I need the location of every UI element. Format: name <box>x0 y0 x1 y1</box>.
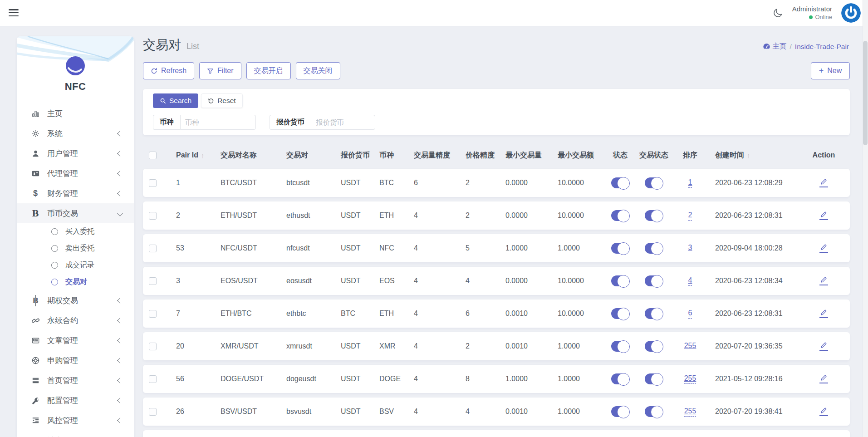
filter-button[interactable]: Filter <box>199 62 241 79</box>
cell-min_volume: 0.0000 <box>505 211 528 220</box>
row-checkbox[interactable] <box>149 408 157 416</box>
trade_status-toggle[interactable] <box>645 275 663 286</box>
select-all-checkbox[interactable] <box>149 152 157 159</box>
sidebar-item-life-ring[interactable]: 申购管理 <box>17 350 134 370</box>
cell-min_amount: 10.0000 <box>558 309 584 318</box>
status-toggle[interactable] <box>611 406 629 417</box>
trade-close-label: 交易关闭 <box>304 66 333 76</box>
sort-value-link[interactable]: 1 <box>688 178 692 188</box>
sidebar-item-outdent[interactable]: 风控管理 <box>17 410 134 430</box>
row-checkbox[interactable] <box>149 375 157 383</box>
column-header-status: 状态 <box>603 151 637 160</box>
trade_status-toggle[interactable] <box>645 308 663 319</box>
sidebar-subitem[interactable]: 成交记录 <box>17 257 134 274</box>
status-toggle[interactable] <box>611 373 629 384</box>
status-toggle[interactable] <box>611 177 629 188</box>
sidebar-item-wrench[interactable]: 配置管理 <box>17 390 134 410</box>
new-button[interactable]: + New <box>811 62 850 79</box>
sidebar-item-newspaper[interactable]: 文章管理 <box>17 330 134 350</box>
edit-button[interactable] <box>819 276 828 285</box>
status-toggle[interactable] <box>611 275 629 286</box>
main-content: 交易对 List 主页 / Inside-Trade-Pair Refresh … <box>143 36 850 57</box>
status-toggle[interactable] <box>611 210 629 221</box>
sidebar-subitem[interactable]: 买入委托 <box>17 223 134 240</box>
edit-button[interactable] <box>819 309 828 318</box>
hamburger-icon[interactable] <box>9 9 19 18</box>
sort-value-link[interactable]: 2 <box>688 211 692 221</box>
column-header-sort: 排序 <box>671 151 710 160</box>
sidebar-item-align-justify[interactable]: 首页管理 <box>17 370 134 390</box>
status-toggle[interactable] <box>611 308 629 319</box>
cell-quote: BTC <box>341 309 355 318</box>
sidebar-item-label: 主页 <box>47 108 122 119</box>
avatar[interactable] <box>841 3 861 23</box>
breadcrumb-current[interactable]: Inside-Trade-Pair <box>795 43 849 51</box>
chevron-left-icon <box>117 191 123 196</box>
status-toggle[interactable] <box>611 341 629 352</box>
cell-base: NFC <box>379 244 394 252</box>
status-toggle[interactable] <box>611 243 629 254</box>
edit-button[interactable] <box>819 374 828 383</box>
user-icon <box>30 149 40 158</box>
sort-value-link[interactable]: 4 <box>688 276 692 286</box>
cell-base: BTC <box>379 179 394 187</box>
sort-value-link[interactable]: 3 <box>688 244 692 253</box>
sidebar-item-bitcoin-b[interactable]: B币币交易 <box>17 203 134 223</box>
moon-icon[interactable] <box>772 8 783 19</box>
breadcrumb-home-link[interactable]: 主页 <box>763 42 787 51</box>
brand-name[interactable]: NFC <box>17 81 134 93</box>
sidebar-item-dollar[interactable]: $财务管理 <box>17 183 134 203</box>
row-checkbox[interactable] <box>149 212 157 220</box>
sidebar-item-user[interactable]: 用户管理 <box>17 143 134 163</box>
row-checkbox[interactable] <box>149 277 157 285</box>
circle-icon <box>51 245 58 252</box>
sort-value-link[interactable]: 6 <box>688 309 692 319</box>
row-checkbox[interactable] <box>149 343 157 350</box>
base-currency-input[interactable] <box>180 115 256 130</box>
edit-button[interactable] <box>819 244 828 253</box>
sort-value-link[interactable]: 255 <box>684 342 696 351</box>
sidebar-subitem[interactable]: 卖出委托 <box>17 240 134 257</box>
column-header-created_at[interactable]: 创建时间↑ <box>710 151 798 160</box>
row-checkbox[interactable] <box>149 245 157 252</box>
edit-button[interactable] <box>819 211 828 220</box>
trade_status-toggle[interactable] <box>645 373 663 384</box>
scrollbar-thumb[interactable] <box>863 41 868 145</box>
user-menu[interactable]: Administrator Online <box>792 5 832 21</box>
trade-open-button[interactable]: 交易开启 <box>246 62 291 79</box>
trade-close-button[interactable]: 交易关闭 <box>296 62 340 79</box>
edit-button[interactable] <box>819 342 828 351</box>
sidebar-item-baht[interactable]: B期权交易 <box>17 290 134 310</box>
sidebar-subitem-label: 成交记录 <box>65 260 94 270</box>
new-label: New <box>827 67 842 75</box>
sidebar-item-link[interactable]: 永续合约 <box>17 310 134 330</box>
cell-price_precision: 2 <box>466 211 470 220</box>
sidebar-item-bar-chart[interactable]: 主页 <box>17 103 134 123</box>
trade_status-toggle[interactable] <box>645 341 663 352</box>
sidebar-item-label: 代理管理 <box>47 168 118 179</box>
sidebar-item-id-card[interactable]: 代理管理 <box>17 163 134 183</box>
column-label: 交易对名称 <box>221 151 257 160</box>
sort-value-link[interactable]: 255 <box>684 374 696 384</box>
refresh-button[interactable]: Refresh <box>143 62 194 79</box>
reset-button[interactable]: Reset <box>201 93 243 108</box>
sidebar-item-gear[interactable]: 系统 <box>17 123 134 143</box>
column-header-pair_id[interactable]: Pair Id↑ <box>176 151 221 159</box>
edit-button[interactable] <box>819 407 828 416</box>
sidebar-subitem[interactable]: 交易对 <box>17 274 134 290</box>
bitcoin-b-icon: B <box>30 209 40 218</box>
row-checkbox[interactable] <box>149 179 157 187</box>
trade_status-toggle[interactable] <box>645 406 663 417</box>
search-button[interactable]: Search <box>153 93 198 108</box>
trade_status-toggle[interactable] <box>645 177 663 188</box>
cell-min_volume: 1.0000 <box>505 244 528 252</box>
column-label: 交易状态 <box>639 151 668 160</box>
sidebar-item-lock[interactable]: 锁仓管理 <box>17 430 134 437</box>
sort-value-link[interactable]: 255 <box>684 407 696 417</box>
row-checkbox[interactable] <box>149 310 157 318</box>
trade_status-toggle[interactable] <box>645 243 663 254</box>
quote-currency-input[interactable] <box>311 115 375 130</box>
trade_status-toggle[interactable] <box>645 210 663 221</box>
cell-min_amount: 1.0000 <box>558 408 580 416</box>
edit-button[interactable] <box>819 178 828 187</box>
